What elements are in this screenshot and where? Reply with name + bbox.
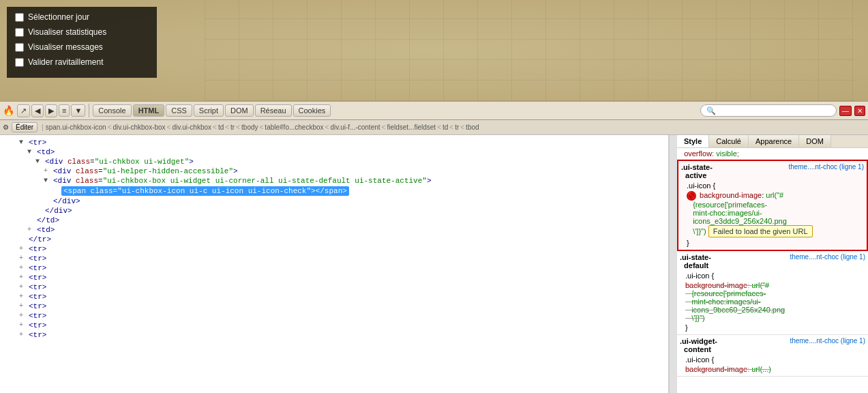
tab-calcule[interactable]: Calculé (709, 135, 749, 147)
tag-tr3: <tr> (29, 254, 46, 263)
style-panel-toolbar: Style Calculé Apparence DOM (677, 135, 868, 148)
rule-3-sub-selector: .ui-icon { (680, 355, 865, 364)
tag-td1: <td> (37, 148, 55, 156)
checkbox-3[interactable] (15, 58, 24, 67)
dropdown-button[interactable]: ▼ (71, 104, 85, 117)
breadcrumb-item-8[interactable]: fieldset...fieldset (387, 123, 436, 131)
bc-arrow-10: < (460, 123, 464, 131)
toggle-td1[interactable]: ▼ (27, 148, 37, 156)
sidebar-item-2[interactable]: Visualiser messages (15, 42, 149, 52)
css-tab[interactable]: CSS (166, 104, 192, 117)
tag-tr8: <tr> (29, 302, 46, 310)
tag-div-close2: </div> (45, 207, 72, 215)
toggle-tr10[interactable]: + (19, 321, 29, 329)
tag-tr11: <tr> (29, 331, 46, 339)
toggle-div-chkbox[interactable]: ▼ (35, 158, 45, 165)
style-rule-3: .ui-widget- content theme....nt-choc (li… (677, 335, 868, 377)
checkbox-1[interactable] (15, 28, 24, 37)
tag-tr7: <tr> (29, 293, 46, 301)
toggle-tr4[interactable]: + (19, 264, 29, 272)
breadcrumb-item-2[interactable]: div.ui-chkbox (172, 123, 211, 131)
tag-tr9: <tr> (29, 312, 46, 320)
tab-apparence[interactable]: Apparence (749, 135, 799, 147)
breadcrumb-item-11[interactable]: tbod (466, 123, 479, 131)
toggle-tr7[interactable]: + (19, 293, 29, 300)
tab-style[interactable]: Style (677, 135, 709, 147)
bc-arrow-1: < (167, 123, 171, 131)
toggle-div-helper[interactable]: + (44, 167, 53, 175)
html-scrollbar[interactable] (669, 135, 677, 393)
tag-tr-close: </tr> (29, 235, 51, 244)
overflow-rule: overflow: visible; (677, 148, 868, 160)
breadcrumb-item-5[interactable]: tbody (241, 123, 258, 131)
bc-arrow-7: < (382, 123, 386, 131)
tag-div-chkbox-box: <div class="ui-chkbox-box ui-widget ui-c… (53, 177, 432, 185)
breadcrumb-expand: ⚙ (3, 123, 9, 131)
tab-dom[interactable]: DOM (799, 135, 831, 147)
script-tab[interactable]: Script (194, 104, 224, 117)
edit-button[interactable]: Éditer (12, 122, 38, 132)
error-tooltip: Failed to load the given URL (708, 225, 813, 237)
cookies-tab[interactable]: Cookies (293, 104, 331, 117)
html-panel[interactable]: ▼ <tr> ▼ <td> ▼ <div class="ui-chkbox ui… (0, 135, 669, 393)
breadcrumb-item-4[interactable]: tr (230, 123, 235, 131)
toggle-tr11[interactable]: + (19, 331, 29, 338)
toggle-td2[interactable]: + (27, 226, 37, 233)
menu-button[interactable]: ≡ (59, 104, 70, 117)
rule-2-source[interactable]: theme....nt-choc (ligne 1) (790, 253, 865, 270)
tree-line-tr8: + <tr> (3, 302, 665, 311)
bc-arrow-0: < (108, 123, 112, 131)
bc-arrow-6: < (325, 123, 329, 131)
sidebar-item-1[interactable]: Visualiser statistiques (15, 27, 149, 37)
reseau-tab[interactable]: Réseau (255, 104, 292, 117)
breadcrumb-item-6[interactable]: table#fo...checkbox (265, 123, 323, 131)
close-button[interactable]: ✕ (854, 106, 865, 116)
rule-1-selector: .ui-state- active (681, 163, 713, 179)
rule-3-source[interactable]: theme....nt-choc (ligne 1) (790, 337, 865, 353)
toggle-tr8[interactable]: + (19, 302, 29, 310)
fire-icon: 🔥 (3, 105, 14, 116)
breadcrumb-item-9[interactable]: td (443, 123, 448, 131)
rule-3-selector: .ui-widget- content (680, 337, 717, 353)
breadcrumb-item-1[interactable]: div.ui-chkbox-box (113, 123, 166, 131)
rule-2-close: } (680, 323, 865, 332)
console-tab[interactable]: Console (93, 104, 131, 117)
forward-button[interactable]: ▶ (45, 104, 57, 117)
breadcrumb-item-7[interactable]: div.ui-f...-content (330, 123, 380, 131)
toggle-div-chkbox-box[interactable]: ▼ (44, 177, 53, 184)
rule-2-selector: .ui-state- default (680, 253, 711, 270)
toggle-tr6[interactable]: + (19, 283, 29, 291)
checkbox-2[interactable] (15, 43, 24, 52)
html-tab[interactable]: HTML (133, 104, 165, 117)
breadcrumb-item-0[interactable]: span.ui-chkbox-icon (46, 123, 106, 131)
dom-tab[interactable]: DOM (225, 104, 254, 117)
toggle-tr9[interactable]: + (19, 312, 29, 319)
sidebar-item-3[interactable]: Valider ravitaillement (15, 57, 149, 67)
breadcrumb-item-3[interactable]: td (218, 123, 224, 131)
sidebar-item-0[interactable]: Sélectionner jour (15, 12, 149, 22)
toggle-tr5[interactable]: + (19, 274, 29, 281)
rule-1-source[interactable]: theme....nt-choc (ligne 1) (788, 163, 864, 179)
inspect-button[interactable]: ↗ (17, 104, 30, 117)
tree-line-tr2: + <tr> (3, 244, 665, 254)
search-input[interactable] (700, 104, 837, 117)
bc-arrow-9: < (449, 123, 453, 131)
toggle-tr2[interactable]: + (19, 245, 29, 252)
bc-arrow-5: < (260, 123, 264, 131)
rule-1-close: } (681, 238, 864, 248)
minimize-button[interactable]: — (839, 106, 852, 116)
tag-tr4: <tr> (29, 264, 46, 272)
toggle-tr3[interactable]: + (19, 254, 29, 262)
sidebar-menu: Sélectionner jour Visualiser statistique… (7, 7, 157, 78)
rule-3-prop-struck: background-image: url(...) (685, 365, 771, 373)
top-area: Sélectionner jour Visualiser statistique… (0, 0, 868, 101)
tag-span-selected[interactable]: <span class="ui-chkbox-icon ui-c ui-icon… (61, 186, 349, 196)
rule-1-sub-selector: .ui-icon { (681, 181, 864, 190)
back-button[interactable]: ◀ (31, 104, 44, 117)
tree-line-tr4: + <tr> (3, 263, 665, 273)
style-rule-2: .ui-state- default theme....nt-choc (lig… (677, 251, 868, 335)
tree-line-div-chkbox-box: ▼ <div class="ui-chkbox-box ui-widget ui… (3, 176, 665, 186)
checkbox-0[interactable] (15, 13, 24, 22)
toggle-tr1[interactable]: ▼ (19, 139, 29, 146)
breadcrumb-item-10[interactable]: tr (455, 123, 459, 131)
